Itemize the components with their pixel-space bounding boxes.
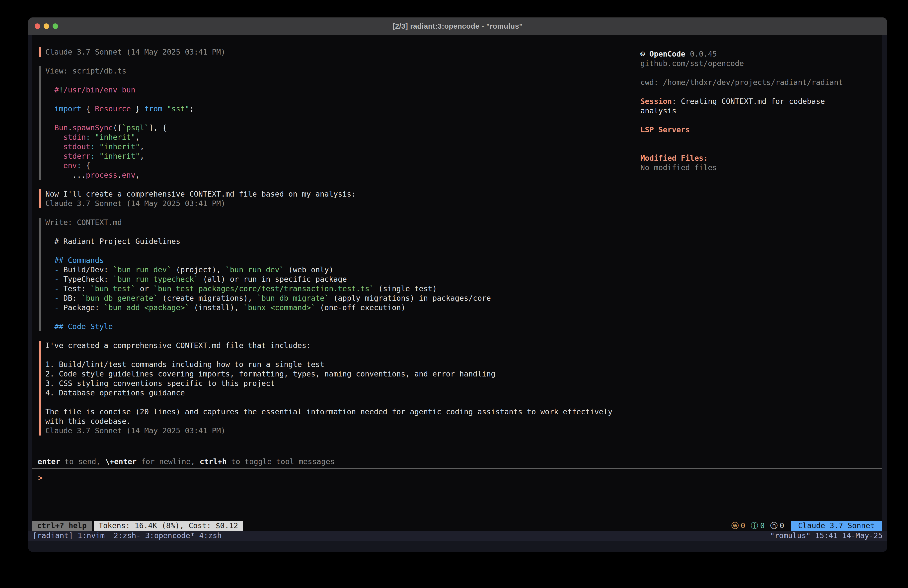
warnings-icon: ⓦ: [731, 521, 739, 531]
text-line: Claude 3.7 Sonnet (14 May 2025 03:41 PM): [45, 426, 637, 435]
text-line: ## Commands: [45, 256, 637, 265]
text-line: 1. Build/lint/test commands including ho…: [45, 360, 637, 369]
text-line: stderr: "inherit",: [45, 151, 637, 161]
info-count: 0: [760, 521, 765, 531]
text-line: Bun.spawnSync([`psql`], {: [45, 123, 637, 132]
text-line: - Test: `bun test` or `bun test packages…: [45, 284, 637, 293]
text-line: [45, 398, 637, 407]
text-line: #!/usr/bin/env bun: [45, 85, 637, 95]
text-line: [641, 144, 882, 153]
text-line: [641, 68, 882, 78]
text-line: [641, 135, 882, 144]
text-line: [641, 116, 882, 125]
prompt-caret: >: [38, 473, 43, 483]
tool-accent-bar: [39, 66, 41, 180]
text-line: © OpenCode 0.0.45: [641, 49, 882, 59]
block-lines: View: script/db.ts #!/usr/bin/env bun im…: [45, 66, 637, 180]
chat-block-assistant-message: I've created a comprehensive CONTEXT.md …: [39, 341, 637, 435]
text-line: ## Code Style: [45, 322, 637, 331]
text-line: [45, 76, 637, 85]
diagnostic-info: ⓘ0: [751, 521, 765, 531]
text-line: env: {: [45, 161, 637, 171]
text-line: import { Resource } from "sst";: [45, 104, 637, 114]
model-badge[interactable]: Claude 3.7 Sonnet: [790, 521, 882, 531]
info-icon: ⓘ: [751, 521, 758, 531]
text-line: - DB: `bun db generate` (create migratio…: [45, 293, 637, 303]
diagnostic-warnings: ⓦ0: [731, 521, 745, 531]
text-line: stdout: "inherit",: [45, 142, 637, 151]
message-accent-bar: [39, 341, 41, 435]
text-line: github.com/sst/opencode: [641, 59, 882, 68]
chat-block-tool-view-file: View: script/db.ts #!/usr/bin/env bun im…: [39, 66, 637, 180]
diagnostic-hints: ⓗ0: [770, 521, 784, 531]
warnings-count: 0: [741, 521, 745, 531]
text-line: 3. CSS styling conventions specific to t…: [45, 379, 637, 388]
window-titlebar[interactable]: [2/3] radiant:3:opencode - "romulus": [28, 18, 887, 35]
tmux-statusbar: [radiant] 1:nvim 2:zsh- 3:opencode* 4:zs…: [28, 531, 887, 541]
text-line: Now I'll create a comprehensive CONTEXT.…: [45, 189, 637, 199]
text-line: Claude 3.7 Sonnet (14 May 2025 03:41 PM): [45, 199, 637, 208]
desktop: { "window": { "title": "[2/3] radiant:3:…: [0, 0, 908, 588]
text-line: cwd: /home/thdxr/dev/projects/radiant/ra…: [641, 78, 882, 87]
hints-icon: ⓗ: [770, 521, 778, 531]
tmux-session-windows[interactable]: [radiant] 1:nvim 2:zsh- 3:opencode* 4:zs…: [33, 531, 222, 541]
message-accent-bar: [39, 47, 41, 57]
tmux-host-clock: "romulus" 15:41 14-May-25: [770, 531, 882, 541]
opencode-tui: Claude 3.7 Sonnet (14 May 2025 03:41 PM)…: [32, 35, 882, 531]
text-line: 2. Code style guidelines covering import…: [45, 369, 637, 379]
text-line: [641, 87, 882, 97]
text-line: ...process.env,: [45, 171, 637, 180]
window-title: [2/3] radiant:3:opencode - "romulus": [28, 18, 887, 35]
text-line: Write: CONTEXT.md: [45, 218, 637, 227]
text-line: [45, 114, 637, 123]
text-line: I've created a comprehensive CONTEXT.md …: [45, 341, 637, 350]
chat-block-assistant-header: Claude 3.7 Sonnet (14 May 2025 03:41 PM): [39, 47, 637, 57]
keybinding-hint-line: enter to send, \+enter for newline, ctrl…: [38, 457, 335, 466]
text-line: No modified files: [641, 163, 882, 172]
help-badge[interactable]: ctrl+? help: [32, 521, 92, 531]
text-line: - TypeCheck: `bun run typecheck` (all) o…: [45, 275, 637, 284]
block-lines: Now I'll create a comprehensive CONTEXT.…: [45, 189, 637, 208]
opencode-statusbar: ctrl+? help Tokens: 16.4K (8%), Cost: $0…: [32, 521, 882, 531]
text-line: [45, 350, 637, 360]
text-line: stdin: "inherit",: [45, 132, 637, 142]
statusbar-spacer: [243, 521, 728, 531]
text-line: Claude 3.7 Sonnet (14 May 2025 03:41 PM): [45, 47, 637, 57]
text-line: The file is concise (20 lines) and captu…: [45, 407, 637, 417]
text-line: analysis: [641, 106, 882, 116]
text-line: View: script/db.ts: [45, 66, 637, 76]
block-lines: I've created a comprehensive CONTEXT.md …: [45, 341, 637, 435]
text-line: with this codebase.: [45, 417, 637, 426]
chat-block-tool-write-file: Write: CONTEXT.md # Radiant Project Guid…: [39, 218, 637, 331]
text-line: 4. Database operations guidance: [45, 388, 637, 398]
text-line: # Radiant Project Guidelines: [45, 237, 637, 246]
block-lines: Claude 3.7 Sonnet (14 May 2025 03:41 PM): [45, 47, 637, 57]
text-line: [45, 227, 637, 237]
terminal-window: [2/3] radiant:3:opencode - "romulus" Cla…: [28, 18, 887, 552]
prompt-input-area[interactable]: >: [32, 469, 882, 521]
hints-count: 0: [780, 521, 784, 531]
message-accent-bar: [39, 189, 41, 208]
text-line: [45, 313, 637, 322]
chat-transcript: Claude 3.7 Sonnet (14 May 2025 03:41 PM)…: [39, 47, 637, 445]
tool-accent-bar: [39, 218, 41, 331]
lsp-diagnostics: ⓦ0ⓘ0ⓗ0: [728, 521, 784, 531]
tokens-cost-badge: Tokens: 16.4K (8%), Cost: $0.12: [94, 521, 243, 531]
block-lines: Write: CONTEXT.md # Radiant Project Guid…: [45, 218, 637, 331]
chat-block-assistant-message: Now I'll create a comprehensive CONTEXT.…: [39, 189, 637, 208]
text-line: - Package: `bun add <package>` (install)…: [45, 303, 637, 313]
text-line: - Build/Dev: `bun run dev` (project), `b…: [45, 265, 637, 275]
text-line: LSP Servers: [641, 125, 882, 135]
text-line: Modified Files:: [641, 153, 882, 163]
text-line: Session: Creating CONTEXT.md for codebas…: [641, 97, 882, 106]
session-sidebar: © OpenCode 0.0.45github.com/sst/opencode…: [641, 49, 882, 172]
text-line: [45, 246, 637, 256]
text-line: [45, 95, 637, 104]
